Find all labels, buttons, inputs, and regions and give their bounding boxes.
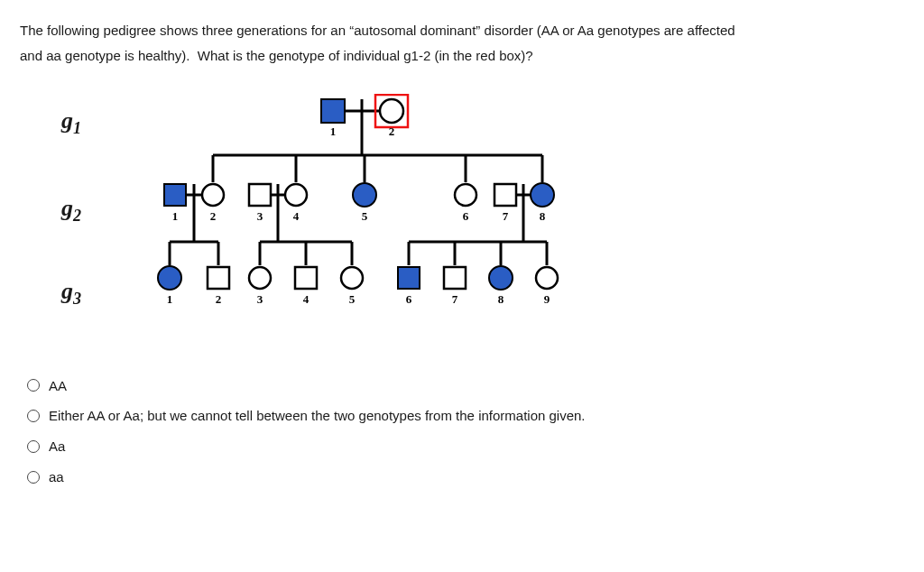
svg-text:6: 6 <box>463 209 469 223</box>
svg-text:3: 3 <box>257 209 263 223</box>
radio-icon <box>27 379 40 392</box>
svg-text:5: 5 <box>362 209 368 223</box>
svg-text:8: 8 <box>498 292 504 306</box>
g2-4-female-unaffected <box>285 184 307 206</box>
pedigree-svg: 1 2 1 2 3 4 5 <box>125 94 630 346</box>
g3-3-female-unaffected <box>249 267 271 289</box>
svg-text:7: 7 <box>452 292 458 306</box>
svg-text:4: 4 <box>293 209 300 223</box>
svg-text:6: 6 <box>406 292 412 306</box>
pedigree-diagram: g1 g2 g3 1 2 <box>61 94 621 346</box>
svg-text:2: 2 <box>210 209 217 223</box>
svg-text:3: 3 <box>257 292 263 306</box>
g2-1-male-affected <box>164 184 186 206</box>
gen2-label: g2 <box>61 187 81 232</box>
option-either[interactable]: Either AA or Aa; but we cannot tell betw… <box>27 403 904 429</box>
g2-5-female-affected <box>353 183 376 207</box>
question-stem: The following pedigree shows three gener… <box>20 18 904 69</box>
svg-text:9: 9 <box>544 292 550 306</box>
option-label: aa <box>49 465 64 490</box>
option-label: Aa <box>49 434 65 459</box>
svg-text:5: 5 <box>349 292 356 306</box>
g3-4-male-unaffected <box>295 267 317 289</box>
radio-icon <box>27 471 40 484</box>
g3-5-female-unaffected <box>341 267 363 289</box>
question-line2: and aa genotype is healthy). What is the… <box>20 48 533 63</box>
svg-text:1: 1 <box>167 292 173 306</box>
question-line1: The following pedigree shows three gener… <box>20 23 735 38</box>
g2-8-female-affected <box>531 183 554 207</box>
gen1-label: g1 <box>61 99 81 144</box>
svg-text:8: 8 <box>540 209 546 223</box>
svg-text:7: 7 <box>503 209 509 223</box>
answer-options: AA Either AA or Aa; but we cannot tell b… <box>27 374 904 490</box>
svg-text:4: 4 <box>303 292 310 306</box>
radio-icon <box>27 440 40 453</box>
g3-1-female-affected <box>158 266 181 290</box>
g1-1-male-affected <box>321 99 345 123</box>
g2-6-female-unaffected <box>455 184 476 206</box>
gen3-label: g3 <box>61 270 81 315</box>
g3-9-female-unaffected <box>536 267 558 289</box>
option-aa-hom-dom[interactable]: AA <box>27 374 904 399</box>
svg-text:2: 2 <box>216 292 222 306</box>
g2-3-male-unaffected <box>249 184 271 206</box>
g2-7-male-unaffected <box>494 184 516 206</box>
g3-8-female-affected <box>489 266 513 290</box>
g2-2-female-unaffected <box>202 184 224 206</box>
svg-text:2: 2 <box>389 125 395 138</box>
option-hom-rec[interactable]: aa <box>27 465 904 490</box>
option-het[interactable]: Aa <box>27 434 904 459</box>
g1-2-female-unaffected <box>380 99 403 123</box>
svg-text:1: 1 <box>330 125 337 138</box>
g3-7-male-unaffected <box>444 267 466 289</box>
g3-6-male-affected <box>398 267 420 289</box>
option-label: AA <box>49 374 67 399</box>
g3-2-male-unaffected <box>208 267 229 289</box>
radio-icon <box>27 410 40 422</box>
svg-text:1: 1 <box>172 209 179 223</box>
option-label: Either AA or Aa; but we cannot tell betw… <box>49 403 586 429</box>
